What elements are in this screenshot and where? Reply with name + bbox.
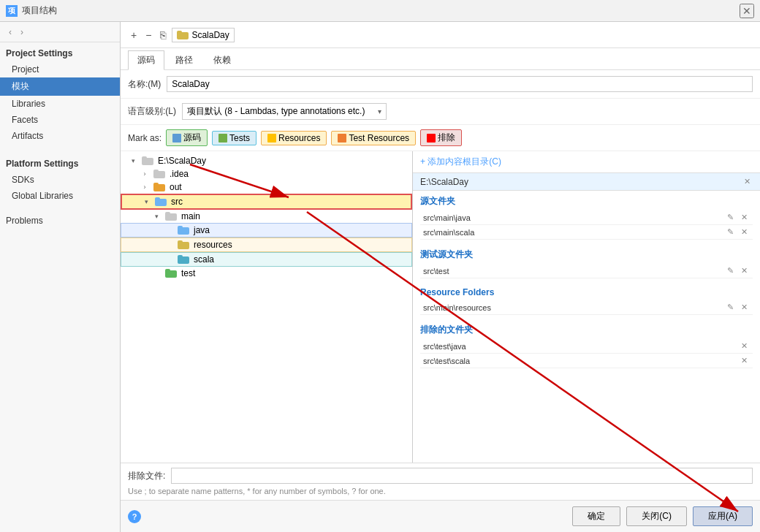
edit-resource-path[interactable]: ✎ bbox=[725, 302, 736, 313]
resources-section-title: Resource Folders bbox=[420, 287, 753, 297]
source-path-scala: src\main\scala ✎ ✕ bbox=[420, 225, 753, 240]
app-icon: 项 bbox=[6, 5, 18, 17]
module-name-label: ScalaDay bbox=[191, 30, 229, 40]
sidebar-item-global-libraries[interactable]: Global Libraries bbox=[0, 188, 120, 204]
remove-resource-path[interactable]: ✕ bbox=[739, 302, 750, 313]
title-text: 项目结构 bbox=[22, 4, 57, 17]
remove-excluded-path-java[interactable]: ✕ bbox=[739, 341, 750, 352]
expand-test bbox=[152, 269, 161, 278]
sidebar-item-libraries[interactable]: Libraries bbox=[0, 96, 120, 112]
add-module-button[interactable]: + bbox=[128, 28, 140, 42]
tree-label-test: test bbox=[181, 268, 195, 278]
sidebar: ‹ › Project Settings Project 模块 Librarie… bbox=[0, 22, 121, 532]
tests-color-dot bbox=[218, 134, 227, 142]
tree-item-main[interactable]: ▾ main bbox=[121, 210, 412, 223]
sidebar-nav: ‹ › bbox=[0, 22, 120, 42]
copy-module-button[interactable]: ⎘ bbox=[157, 28, 169, 42]
mark-resources-label: Resources bbox=[278, 133, 320, 143]
edit-source-path-java[interactable]: ✎ bbox=[725, 212, 736, 223]
sources-color-dot bbox=[172, 134, 181, 142]
resource-path: src\main\resources ✎ ✕ bbox=[420, 300, 753, 315]
excluded-path-java: src\test\java ✕ bbox=[420, 339, 753, 354]
nav-back-button[interactable]: ‹ bbox=[6, 26, 15, 39]
tree-item-resources[interactable]: resources bbox=[121, 238, 412, 252]
tree-item-idea[interactable]: › .idea bbox=[121, 167, 412, 180]
exclude-input[interactable] bbox=[171, 468, 753, 484]
remove-source-path-java[interactable]: ✕ bbox=[739, 212, 750, 223]
exclude-hint: Use ; to separate name patterns, * for a… bbox=[128, 487, 753, 495]
mark-test-resources-button[interactable]: Test Resources bbox=[331, 131, 416, 145]
expand-scala bbox=[164, 255, 173, 264]
mark-tests-button[interactable]: Tests bbox=[212, 131, 256, 145]
excluded-path-scala: src\test\scala ✕ bbox=[420, 354, 753, 368]
remove-module-button[interactable]: − bbox=[142, 28, 154, 42]
info-panel: + 添加内容根目录(C) E:\ScalaDay ✕ 源文件夹 src\main… bbox=[413, 151, 760, 463]
nav-forward-button[interactable]: › bbox=[18, 26, 26, 39]
tree-item-scala[interactable]: scala bbox=[121, 252, 412, 267]
add-content-root-button[interactable]: + 添加内容根目录(C) bbox=[420, 156, 501, 168]
mark-resources-button[interactable]: Resources bbox=[261, 131, 327, 145]
title-close-button[interactable]: ✕ bbox=[740, 4, 754, 18]
sidebar-item-facets[interactable]: Facets bbox=[0, 112, 120, 128]
language-level-select[interactable]: 项目默认 (8 - Lambdas, type annotations etc.… bbox=[182, 103, 387, 120]
name-label: 名称:(M) bbox=[128, 78, 161, 91]
sidebar-divider-2 bbox=[0, 204, 120, 210]
edit-source-path-scala[interactable]: ✎ bbox=[725, 227, 736, 238]
sidebar-item-problems[interactable]: Problems bbox=[0, 210, 120, 229]
tree-item-escaladay[interactable]: ▾ E:\ScalaDay bbox=[121, 154, 412, 167]
sidebar-item-project[interactable]: Project bbox=[0, 61, 120, 77]
edit-test-source-path[interactable]: ✎ bbox=[725, 265, 736, 276]
tree-label-escaladay: E:\ScalaDay bbox=[158, 156, 206, 166]
test-sources-title: 测试源文件夹 bbox=[420, 248, 753, 261]
tab-sources[interactable]: 源码 bbox=[128, 50, 164, 70]
remove-test-source-path[interactable]: ✕ bbox=[739, 265, 750, 276]
mark-sources-label: 源码 bbox=[183, 132, 201, 144]
module-header: + − ⎘ ScalaDay bbox=[121, 22, 760, 48]
expand-idea[interactable]: › bbox=[140, 170, 149, 178]
apply-button[interactable]: 应用(A) bbox=[693, 506, 753, 526]
module-name-item[interactable]: ScalaDay bbox=[172, 28, 234, 42]
language-level-row: 语言级别:(L) 项目默认 (8 - Lambdas, type annotat… bbox=[121, 99, 760, 125]
folder-icon-escaladay bbox=[142, 156, 153, 165]
content-area: + − ⎘ ScalaDay 源码 路径 依赖 名称:(M) 语言级别:(L) bbox=[121, 22, 760, 532]
tree-label-src: src bbox=[171, 197, 183, 207]
expand-src[interactable]: ▾ bbox=[142, 197, 151, 206]
test-source-path: src\test ✎ ✕ bbox=[420, 264, 753, 278]
tree-label-main: main bbox=[181, 211, 200, 221]
mark-as-row: Mark as: 源码 Tests Resources Test Resourc… bbox=[121, 125, 760, 151]
main-container: ‹ › Project Settings Project 模块 Librarie… bbox=[0, 22, 760, 532]
tab-dependencies[interactable]: 依赖 bbox=[204, 50, 240, 69]
expand-out[interactable]: › bbox=[140, 183, 149, 191]
expand-escaladay[interactable]: ▾ bbox=[129, 156, 137, 165]
close-dialog-button[interactable]: 关闭(C) bbox=[626, 506, 687, 526]
name-input[interactable] bbox=[167, 76, 753, 92]
tab-paths[interactable]: 路径 bbox=[166, 50, 202, 69]
tree-label-java: java bbox=[194, 225, 210, 235]
help-button[interactable]: ? bbox=[128, 510, 141, 523]
remove-excluded-path-scala[interactable]: ✕ bbox=[739, 355, 750, 366]
platform-settings-title: Platform Settings bbox=[0, 153, 120, 172]
footer: ? 确定 关闭(C) 应用(A) bbox=[121, 500, 760, 532]
bottom-area: 排除文件: Use ; to separate name patterns, *… bbox=[121, 463, 760, 500]
project-settings-title: Project Settings bbox=[0, 42, 120, 61]
sidebar-item-modules[interactable]: 模块 bbox=[0, 77, 120, 96]
remove-source-path-scala[interactable]: ✕ bbox=[739, 227, 750, 238]
tree-item-test[interactable]: test bbox=[121, 267, 412, 280]
test-sources-section: 测试源文件夹 src\test ✎ ✕ bbox=[413, 244, 760, 283]
sidebar-item-sdks[interactable]: SDKs bbox=[0, 172, 120, 188]
sidebar-item-artifacts[interactable]: Artifacts bbox=[0, 128, 120, 144]
tree-item-out[interactable]: › out bbox=[121, 180, 412, 194]
tree-item-src[interactable]: ▾ src bbox=[121, 194, 412, 210]
mark-sources-button[interactable]: 源码 bbox=[166, 129, 208, 146]
sidebar-divider bbox=[0, 144, 120, 150]
confirm-button[interactable]: 确定 bbox=[572, 506, 620, 526]
excluded-path-java-label: src\test\java bbox=[423, 342, 466, 351]
expand-main[interactable]: ▾ bbox=[152, 212, 161, 221]
folder-icon-test bbox=[165, 269, 177, 278]
tree-item-java[interactable]: java bbox=[121, 223, 412, 238]
content-root-path: E:\ScalaDay bbox=[420, 177, 468, 187]
close-content-root-button[interactable]: ✕ bbox=[742, 176, 753, 187]
source-path-scala-label: src\main\scala bbox=[423, 228, 474, 237]
sources-section: 源文件夹 src\main\java ✎ ✕ src\main\scala ✎ … bbox=[413, 191, 760, 244]
mark-exclude-button[interactable]: 排除 bbox=[420, 129, 462, 146]
